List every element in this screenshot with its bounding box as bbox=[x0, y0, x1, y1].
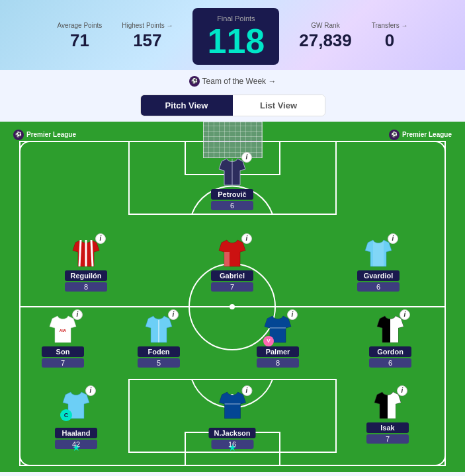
info-icon-foden[interactable]: i bbox=[168, 309, 179, 320]
player-shirt-gabriel: i bbox=[216, 237, 248, 269]
player-points-gvardiol: 6 bbox=[357, 282, 400, 292]
player-petrovic[interactable]: i Petrovič 6 bbox=[211, 156, 253, 210]
player-shirt-haaland: i C bbox=[60, 389, 92, 421]
transfers-value: 0 bbox=[372, 30, 408, 51]
player-shirt-gordon: i bbox=[374, 313, 406, 345]
player-points-gordon: 6 bbox=[369, 358, 411, 368]
star-badge-haaland: ★ bbox=[72, 442, 81, 453]
info-icon-palmer[interactable]: i bbox=[287, 309, 298, 320]
player-palmer[interactable]: i V Palmer 8 bbox=[257, 313, 299, 368]
svg-point-3 bbox=[230, 304, 235, 309]
player-points-petrovic: 6 bbox=[211, 201, 253, 210]
captain-badge: C bbox=[60, 409, 72, 421]
player-regulon[interactable]: i Reguilón 8 bbox=[65, 237, 107, 292]
player-shirt-palmer: i V bbox=[262, 313, 294, 345]
player-foden[interactable]: i Foden 5 bbox=[138, 313, 180, 368]
player-name-regulon: Reguilón bbox=[65, 270, 107, 281]
pitch-view-button[interactable]: Pitch View bbox=[141, 95, 233, 116]
info-icon-gabriel[interactable]: i bbox=[241, 233, 252, 244]
player-points-son: 7 bbox=[42, 358, 84, 368]
vice-captain-badge: V bbox=[263, 336, 274, 346]
player-name-petrovic: Petrovič bbox=[211, 189, 253, 200]
player-name-isak: Isak bbox=[366, 422, 409, 433]
info-icon-regulon[interactable]: i bbox=[95, 233, 106, 244]
svg-line-13 bbox=[91, 240, 93, 266]
info-icon-son[interactable]: i bbox=[72, 309, 83, 320]
info-icon-petrovic[interactable]: i bbox=[241, 152, 252, 163]
player-gabriel[interactable]: i Gabriel 7 bbox=[211, 237, 253, 292]
player-points-regulon: 8 bbox=[65, 282, 107, 292]
view-toggle: Pitch View List View bbox=[140, 95, 325, 116]
pl-badge-right: ⚽ Premier League bbox=[389, 130, 452, 140]
info-icon-isak[interactable]: i bbox=[397, 385, 407, 396]
player-name-palmer: Palmer bbox=[257, 346, 299, 357]
transfers-stat: Transfers → 0 bbox=[372, 22, 408, 51]
info-icon-njackson[interactable]: i bbox=[241, 385, 252, 396]
totw-label: Team of the Week → bbox=[202, 77, 276, 86]
player-name-gabriel: Gabriel bbox=[211, 270, 253, 281]
player-shirt-njackson: i bbox=[216, 389, 248, 421]
player-points-palmer: 8 bbox=[257, 358, 299, 368]
player-gordon[interactable]: i Gordon 6 bbox=[369, 313, 411, 368]
gw-rank-value: 27,839 bbox=[299, 30, 352, 51]
average-points-label: Average Points bbox=[58, 22, 103, 29]
player-haaland[interactable]: i C ★ Haaland 42 bbox=[55, 389, 97, 449]
totw-bar[interactable]: ⚽ Team of the Week → bbox=[0, 70, 465, 92]
player-name-njackson: N.Jackson bbox=[208, 428, 255, 438]
list-view-button[interactable]: List View bbox=[233, 95, 325, 116]
info-icon-gordon[interactable]: i bbox=[400, 309, 410, 320]
player-name-gordon: Gordon bbox=[369, 346, 411, 357]
info-icon-haaland[interactable]: i bbox=[85, 385, 96, 396]
pl-badge-totw: ⚽ bbox=[189, 76, 200, 87]
gw-rank-stat: GW Rank 27,839 bbox=[299, 22, 352, 51]
player-njackson[interactable]: i ★ N.Jackson 16 bbox=[208, 389, 255, 449]
football-pitch: ⚽ Premier League ⚽ Premier League i Petr… bbox=[0, 122, 465, 472]
highest-points-label: Highest Points → bbox=[122, 22, 173, 29]
highest-points-value: 157 bbox=[122, 30, 173, 51]
player-shirt-son: i AIA bbox=[47, 313, 79, 345]
player-gvardiol[interactable]: i Gvardiol 6 bbox=[357, 237, 400, 292]
player-isak[interactable]: i Isak 7 bbox=[366, 389, 409, 444]
transfers-label: Transfers → bbox=[372, 22, 408, 29]
highest-points-stat: Highest Points → 157 bbox=[122, 22, 173, 51]
player-shirt-foden: i bbox=[143, 313, 175, 345]
average-points-value: 71 bbox=[58, 30, 103, 51]
svg-line-11 bbox=[79, 240, 81, 266]
final-points-value: 118 bbox=[207, 24, 265, 58]
player-shirt-isak: i bbox=[372, 389, 403, 421]
player-name-foden: Foden bbox=[138, 346, 180, 357]
player-name-son: Son bbox=[42, 346, 84, 357]
player-son[interactable]: i AIA Son 7 bbox=[42, 313, 84, 368]
player-shirt-petrovic: i bbox=[216, 156, 248, 188]
player-name-gvardiol: Gvardiol bbox=[357, 270, 400, 281]
player-points-gabriel: 7 bbox=[211, 282, 253, 292]
player-shirt-gvardiol: i bbox=[362, 237, 394, 269]
player-points-foden: 5 bbox=[138, 358, 180, 368]
svg-text:AIA: AIA bbox=[60, 329, 67, 333]
info-icon-gvardiol[interactable]: i bbox=[388, 233, 398, 244]
stats-bar: Average Points 71 Highest Points → 157 F… bbox=[0, 0, 465, 70]
player-points-isak: 7 bbox=[366, 434, 409, 444]
final-points-box: Final Points 118 bbox=[192, 8, 279, 65]
goal-net bbox=[203, 122, 263, 158]
average-points-stat: Average Points 71 bbox=[58, 22, 103, 51]
pl-badge-left: ⚽ Premier League bbox=[13, 130, 76, 140]
gw-rank-label: GW Rank bbox=[299, 22, 352, 29]
star-badge-njackson: ★ bbox=[228, 442, 237, 453]
player-shirt-regulon: i bbox=[70, 237, 102, 269]
player-name-haaland: Haaland bbox=[55, 428, 97, 438]
